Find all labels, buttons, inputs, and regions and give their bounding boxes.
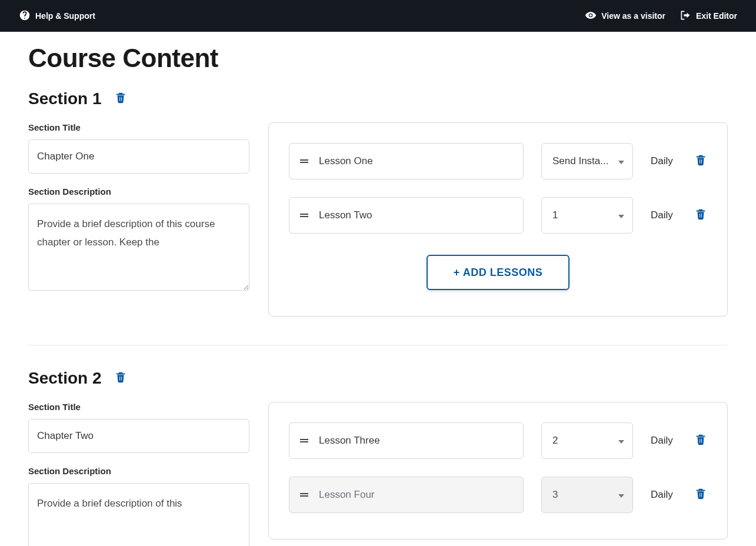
- section-block: Section 1Section TitleSection Descriptio…: [28, 89, 728, 317]
- lessons-panel: Lesson OneSend Insta...DailyLesson Two1D…: [268, 122, 728, 317]
- section-title-label: Section Title: [28, 402, 249, 412]
- section-divider: [28, 345, 728, 345]
- lesson-name-text: Lesson Two: [319, 209, 372, 221]
- trash-icon: [694, 487, 707, 503]
- lesson-schedule-value: 2: [552, 435, 614, 447]
- view-as-visitor-label: View as a visitor: [601, 11, 665, 21]
- lesson-row: Lesson OneSend Insta...Daily: [289, 143, 707, 179]
- lessons-panel: Lesson Three2DailyLesson Four3Daily: [268, 402, 728, 540]
- add-lessons-row: + ADD LESSONS: [289, 255, 707, 290]
- lesson-schedule-value: Send Insta...: [552, 155, 614, 167]
- trash-icon: [694, 153, 707, 169]
- trash-icon: [694, 432, 707, 449]
- lesson-schedule-select[interactable]: 1: [541, 197, 633, 234]
- chevron-down-icon: [614, 209, 624, 221]
- lesson-name-field[interactable]: Lesson One: [289, 143, 524, 179]
- lesson-name-field[interactable]: Lesson Two: [289, 197, 524, 234]
- chevron-down-icon: [614, 155, 624, 167]
- exit-editor-label: Exit Editor: [696, 11, 737, 21]
- lesson-name-field[interactable]: Lesson Three: [289, 422, 524, 459]
- section-block: Section 2Section TitleSection Descriptio…: [28, 369, 728, 546]
- lesson-row: Lesson Three2Daily: [289, 422, 707, 459]
- section-left-column: Section TitleSection DescriptionProvide …: [28, 122, 249, 293]
- help-support-button[interactable]: Help & Support: [19, 9, 95, 23]
- section-description-label: Section Description: [28, 466, 249, 476]
- lesson-frequency-label: Daily: [651, 489, 677, 501]
- section-header: Section 1: [28, 89, 728, 108]
- section-heading: Section 1: [28, 89, 101, 108]
- help-icon: [19, 9, 31, 23]
- section-title-label: Section Title: [28, 122, 249, 132]
- section-header: Section 2: [28, 369, 728, 388]
- lesson-frequency-label: Daily: [651, 209, 677, 221]
- delete-section-button[interactable]: [114, 91, 127, 107]
- page-content: Course Content Section 1Section TitleSec…: [0, 32, 756, 546]
- lesson-row: Lesson Two1Daily: [289, 197, 707, 234]
- drag-handle-icon[interactable]: [300, 158, 308, 164]
- add-lessons-button[interactable]: + ADD LESSONS: [427, 255, 570, 290]
- section-description-textarea[interactable]: Provide a brief description of this: [28, 483, 249, 546]
- section-left-column: Section TitleSection DescriptionProvide …: [28, 402, 249, 546]
- exit-icon: [680, 9, 691, 23]
- section-description-textarea[interactable]: Provide a brief description of this cour…: [28, 204, 249, 291]
- lesson-frequency-label: Daily: [651, 155, 677, 167]
- lesson-row: Lesson Four3Daily: [289, 477, 707, 513]
- lesson-name-field[interactable]: Lesson Four: [289, 477, 524, 513]
- drag-handle-icon[interactable]: [300, 212, 308, 218]
- delete-lesson-button[interactable]: [694, 432, 707, 449]
- chevron-down-icon: [614, 435, 624, 447]
- lesson-schedule-select[interactable]: Send Insta...: [541, 143, 633, 179]
- lesson-schedule-value: 3: [552, 489, 614, 501]
- trash-icon: [114, 91, 127, 107]
- delete-section-button[interactable]: [114, 370, 127, 387]
- topbar: Help & Support View as a visitor Exit Ed…: [0, 0, 756, 32]
- lesson-name-text: Lesson Four: [319, 489, 375, 501]
- lesson-schedule-select[interactable]: 3: [541, 477, 633, 513]
- trash-icon: [694, 207, 707, 224]
- trash-icon: [114, 370, 127, 387]
- delete-lesson-button[interactable]: [694, 207, 707, 224]
- lesson-schedule-value: 1: [552, 209, 614, 221]
- section-title-input[interactable]: [28, 139, 249, 174]
- lesson-name-text: Lesson One: [319, 155, 373, 167]
- drag-handle-icon[interactable]: [300, 492, 308, 498]
- delete-lesson-button[interactable]: [694, 153, 707, 169]
- view-as-visitor-button[interactable]: View as a visitor: [585, 9, 665, 23]
- section-body: Section TitleSection DescriptionProvide …: [28, 402, 728, 546]
- lesson-schedule-select[interactable]: 2: [541, 422, 633, 459]
- help-support-label: Help & Support: [35, 11, 95, 21]
- eye-icon: [585, 9, 597, 23]
- drag-handle-icon[interactable]: [300, 438, 308, 444]
- section-description-label: Section Description: [28, 187, 249, 197]
- delete-lesson-button[interactable]: [694, 487, 707, 503]
- page-title: Course Content: [28, 44, 728, 73]
- lesson-frequency-label: Daily: [651, 435, 677, 447]
- section-body: Section TitleSection DescriptionProvide …: [28, 122, 728, 317]
- chevron-down-icon: [614, 489, 624, 501]
- exit-editor-button[interactable]: Exit Editor: [680, 9, 737, 23]
- section-heading: Section 2: [28, 369, 101, 388]
- lesson-name-text: Lesson Three: [319, 435, 380, 447]
- section-title-input[interactable]: [28, 419, 249, 453]
